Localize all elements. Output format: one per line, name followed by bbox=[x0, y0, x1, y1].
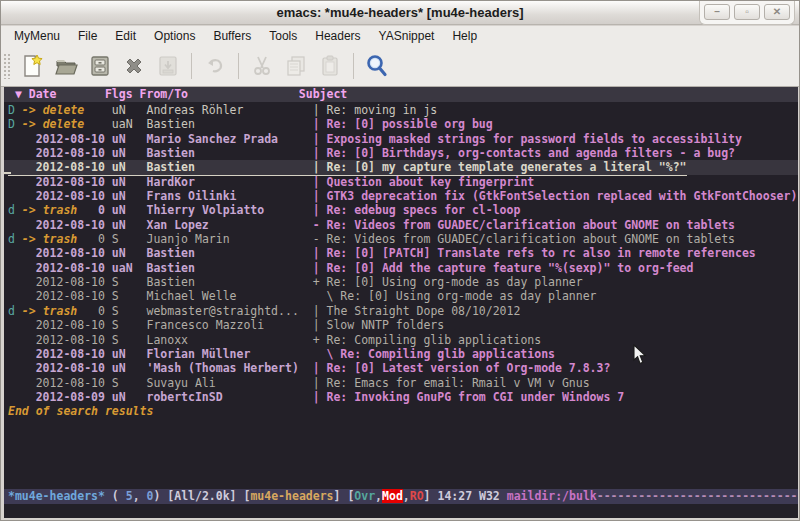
message-row-text: 2012-08-10 uaN Bastien | Re: [0] Add the… bbox=[8, 261, 693, 275]
paste-button[interactable] bbox=[313, 51, 347, 81]
message-row[interactable]: D -> delete uaN Bastien | Re: [0] possib… bbox=[4, 117, 798, 131]
message-row-text: D -> delete uaN Bastien | Re: [0] possib… bbox=[8, 117, 493, 131]
echo-area[interactable] bbox=[4, 505, 798, 518]
new-file-icon bbox=[20, 54, 44, 78]
headers-column-header[interactable]: ▼ Date Flgs From/To Subject bbox=[4, 87, 798, 102]
header-rows: D -> delete uN Andreas Röhler | Re: movi… bbox=[4, 103, 798, 419]
message-row-text: 2012-08-10 uN Bastien | Re: [0] [PATCH] … bbox=[8, 246, 756, 260]
menu-item-headers[interactable]: Headers bbox=[306, 27, 369, 45]
cut-icon bbox=[250, 54, 274, 78]
menu-item-tools[interactable]: Tools bbox=[260, 27, 306, 45]
menu-item-buffers[interactable]: Buffers bbox=[204, 27, 260, 45]
maximize-button[interactable]: ▫ bbox=[734, 4, 760, 20]
modeline-segment-name: mu4e-headers bbox=[250, 489, 333, 503]
toolbar-separator bbox=[238, 53, 239, 79]
save-as-button[interactable] bbox=[151, 51, 185, 81]
message-row[interactable]: 2012-08-10 uN Bastien | Re: [0] [PATCH] … bbox=[4, 246, 798, 260]
message-row[interactable]: 2012-08-10 S Suvayu Ali | Re: Emacs for … bbox=[4, 376, 798, 390]
message-row-text: 2012-08-10 uN Florian Müllner \ Re: Comp… bbox=[8, 347, 555, 361]
modeline-segment-mod: Mod bbox=[382, 489, 403, 503]
modeline-segment-p: [All/2.0k] bbox=[167, 489, 243, 503]
message-row[interactable]: 2012-08-10 uN 'Mash (Thomas Herbert) | R… bbox=[4, 361, 798, 375]
message-row[interactable]: 2012-08-10 uN Mario Sanchez Prada | Expo… bbox=[4, 132, 798, 146]
message-row[interactable]: d -> trash 0 S webmaster@straightd... | … bbox=[4, 304, 798, 318]
mouse-cursor bbox=[633, 344, 647, 365]
menu-item-yasnippet[interactable]: YASnippet bbox=[370, 27, 444, 45]
modeline-segment-p: , bbox=[403, 489, 410, 503]
search-icon bbox=[364, 53, 390, 79]
menu-item-edit[interactable]: Edit bbox=[106, 27, 145, 45]
modeline-segment-dash: ----------------------------------------… bbox=[597, 489, 798, 503]
message-row[interactable]: 2012-08-10 uN Bastien | Re: [0] my captu… bbox=[4, 160, 798, 174]
message-row-text: 2012-08-10 uN Bastien | Re: [0] my captu… bbox=[8, 160, 687, 175]
copy-icon bbox=[284, 54, 308, 78]
search-button[interactable] bbox=[360, 51, 394, 81]
message-row-text: 2012-08-10 S Lanoxx + Re: Compiling glib… bbox=[8, 333, 541, 347]
minimize-button[interactable]: – bbox=[704, 4, 730, 20]
modeline-segment-path: maildir:/bulk bbox=[507, 489, 597, 503]
message-row-text: d -> trash 0 S Juanjo Marin - Re: Videos… bbox=[8, 232, 735, 246]
mode-line[interactable]: *mu4e-headers* ( 5, 0) [All/2.0k] [mu4e-… bbox=[4, 489, 798, 504]
message-row[interactable]: 2012-08-10 uN Bastien | Re: [0] Birthday… bbox=[4, 146, 798, 160]
menu-bar: MyMenuFileEditOptionsBuffersToolsHeaders… bbox=[1, 26, 799, 46]
window-controls: – ▫ ✕ bbox=[699, 1, 795, 25]
message-row-text: 2012-08-10 uN HardKor | Question about k… bbox=[8, 175, 534, 189]
toolbar-separator bbox=[191, 53, 192, 79]
title-bar[interactable]: emacs: *mu4e-headers* [mu4e-headers] – ▫… bbox=[1, 1, 799, 25]
message-row[interactable]: d -> trash 0 uN Thierry Volpiatto | Re: … bbox=[4, 203, 798, 217]
modeline-segment-p: , bbox=[133, 489, 147, 503]
close-button[interactable]: ✕ bbox=[764, 4, 790, 20]
new-file-button[interactable] bbox=[15, 51, 49, 81]
open-folder-icon bbox=[54, 54, 78, 78]
message-row[interactable]: 2012-08-10 uN HardKor | Question about k… bbox=[4, 175, 798, 189]
message-row-text: 2012-08-10 uN 'Mash (Thomas Herbert) | R… bbox=[8, 361, 610, 375]
message-row[interactable]: 2012-08-09 uN robertcInSD | Re: Invoking… bbox=[4, 390, 798, 404]
modeline-segment-ovr: Ovr bbox=[354, 489, 375, 503]
message-row-text: 2012-08-10 S Suvayu Ali | Re: Emacs for … bbox=[8, 376, 590, 390]
undo-button[interactable] bbox=[198, 51, 232, 81]
modeline-segment-p: ] bbox=[334, 489, 348, 503]
message-row[interactable]: 2012-08-10 S Michael Welle \ Re: [0] Usi… bbox=[4, 289, 798, 303]
emacs-window: emacs: *mu4e-headers* [mu4e-headers] – ▫… bbox=[0, 0, 800, 521]
save-buffer-button[interactable] bbox=[83, 51, 117, 81]
message-row-text: D -> delete uN Andreas Röhler | Re: movi… bbox=[8, 103, 437, 117]
menu-item-mymenu[interactable]: MyMenu bbox=[5, 27, 69, 45]
modeline-segment-p: ] bbox=[424, 489, 438, 503]
save-as-icon bbox=[156, 54, 180, 78]
menu-item-file[interactable]: File bbox=[69, 27, 106, 45]
message-row-text: 2012-08-10 S Francesco Mazzoli | Slow NN… bbox=[8, 318, 444, 332]
undo-icon bbox=[203, 54, 227, 78]
menu-item-options[interactable]: Options bbox=[145, 27, 204, 45]
message-row[interactable]: 2012-08-10 S Francesco Mazzoli | Slow NN… bbox=[4, 318, 798, 332]
cut-button[interactable] bbox=[245, 51, 279, 81]
message-row-text: 2012-08-10 uN Frans Oilinki | GTK3 depre… bbox=[8, 189, 797, 203]
kill-buffer-button[interactable] bbox=[117, 51, 151, 81]
mu4e-headers-buffer[interactable]: ▼ Date Flgs From/To Subject D -> delete … bbox=[4, 87, 798, 518]
message-row[interactable]: 2012-08-10 uN Frans Oilinki | GTK3 depre… bbox=[4, 189, 798, 203]
message-row-text: 2012-08-10 uN Mario Sanchez Prada | Expo… bbox=[8, 132, 742, 146]
copy-button[interactable] bbox=[279, 51, 313, 81]
end-of-search-results: End of search results bbox=[4, 404, 798, 418]
message-row-text: 2012-08-10 S Michael Welle \ Re: [0] Usi… bbox=[8, 289, 597, 303]
message-row[interactable]: 2012-08-10 uN Xan Lopez - Re: Videos fro… bbox=[4, 218, 798, 232]
message-row-text: 2012-08-10 uN Bastien | Re: [0] Birthday… bbox=[8, 146, 735, 160]
message-row-text: 2012-08-10 S Bastien + Re: [0] Using org… bbox=[8, 275, 583, 289]
message-row-text: 2012-08-10 uN Xan Lopez - Re: Videos fro… bbox=[8, 218, 735, 232]
message-row[interactable]: 2012-08-10 S Bastien + Re: [0] Using org… bbox=[4, 275, 798, 289]
message-row[interactable]: D -> delete uN Andreas Röhler | Re: movi… bbox=[4, 103, 798, 117]
message-row-text: End of search results bbox=[8, 404, 153, 418]
message-row[interactable]: d -> trash 0 S Juanjo Marin - Re: Videos… bbox=[4, 232, 798, 246]
message-row[interactable]: 2012-08-10 S Lanoxx + Re: Compiling glib… bbox=[4, 333, 798, 347]
message-row[interactable]: 2012-08-10 uN Florian Müllner \ Re: Comp… bbox=[4, 347, 798, 361]
save-icon bbox=[88, 54, 112, 78]
message-row-text: d -> trash 0 S webmaster@straightd... | … bbox=[8, 304, 520, 318]
open-file-button[interactable] bbox=[49, 51, 83, 81]
modeline-segment-p: , bbox=[375, 489, 382, 503]
message-row[interactable]: 2012-08-10 uaN Bastien | Re: [0] Add the… bbox=[4, 261, 798, 275]
modeline-segment-buf: *mu4e-headers* bbox=[8, 489, 105, 503]
kill-buffer-icon bbox=[122, 54, 146, 78]
toolbar-separator bbox=[353, 53, 354, 79]
menu-item-help[interactable]: Help bbox=[443, 27, 486, 45]
toolbar-grip[interactable] bbox=[3, 53, 11, 79]
window-title: emacs: *mu4e-headers* [mu4e-headers] bbox=[276, 5, 523, 20]
